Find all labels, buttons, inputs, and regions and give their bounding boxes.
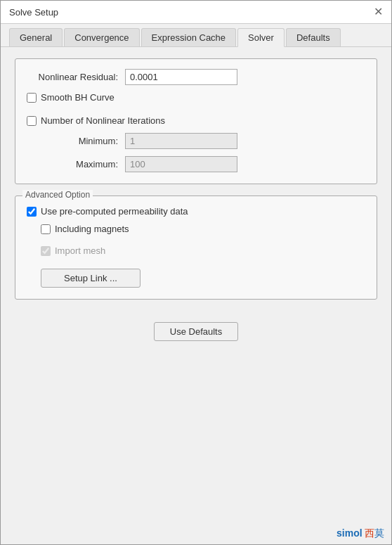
nonlinear-residual-input[interactable] [125,69,237,85]
close-button[interactable]: ✕ [374,6,383,18]
maximum-row: Maximum: [27,156,365,172]
including-magnets-row: Including magnets [41,224,365,234]
advanced-option-label: Advanced Option [22,190,93,200]
use-precomputed-checkbox[interactable] [27,207,37,217]
watermark-xi: 西 [365,527,374,539]
watermark-simol: simol [337,527,362,539]
main-window: Solve Setup ✕ General Convergence Expres… [0,0,392,545]
tab-defaults[interactable]: Defaults [286,28,341,46]
nonlinear-residual-row: Nonlinear Residual: [27,69,365,85]
maximum-label: Maximum: [27,159,125,169]
nonlinear-iterations-label: Number of Nonlinear Iterations [41,115,165,126]
nonlinear-iterations-checkbox[interactable] [27,116,37,126]
use-precomputed-label: Use pre-computed permeability data [41,206,188,217]
footer-area: Use Defaults [15,311,377,355]
minimum-input[interactable] [125,133,237,149]
content-area: Nonlinear Residual: Smooth BH Curve Numb… [1,47,391,525]
tab-expression-cache[interactable]: Expression Cache [141,28,237,46]
setup-link-button[interactable]: Setup Link ... [41,269,141,288]
minimum-row: Minimum: [27,133,365,149]
import-mesh-label: Import mesh [55,245,105,256]
smooth-bh-label: Smooth BH Curve [41,92,115,103]
tab-convergence[interactable]: Convergence [64,28,139,46]
nonlinear-group: Nonlinear Residual: Smooth BH Curve Numb… [15,58,377,184]
including-magnets-checkbox[interactable] [41,224,51,234]
watermark: simol 西莫 [1,525,391,544]
minimum-label: Minimum: [27,136,125,146]
title-bar: Solve Setup ✕ [1,1,391,24]
import-mesh-checkbox [41,246,51,256]
nonlinear-iterations-row: Number of Nonlinear Iterations [27,115,365,126]
advanced-option-group: Advanced Option Use pre-computed permeab… [15,195,377,300]
including-magnets-label: Including magnets [55,224,129,234]
nonlinear-residual-label: Nonlinear Residual: [27,72,125,82]
tab-bar: General Convergence Expression Cache Sol… [1,24,391,47]
tab-solver[interactable]: Solver [237,28,285,47]
smooth-bh-checkbox[interactable] [27,93,37,103]
window-title: Solve Setup [9,7,58,18]
maximum-input[interactable] [125,156,237,172]
tab-general[interactable]: General [9,28,63,46]
import-mesh-row: Import mesh [41,245,365,256]
smooth-bh-row: Smooth BH Curve [27,92,365,103]
use-defaults-button[interactable]: Use Defaults [154,322,238,341]
use-precomputed-row: Use pre-computed permeability data [27,206,365,217]
watermark-mu: 莫 [374,527,384,539]
